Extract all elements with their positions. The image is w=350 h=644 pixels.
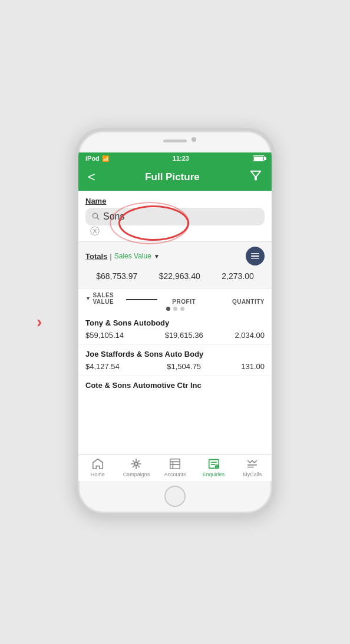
home-button[interactable] bbox=[164, 486, 186, 507]
tab-campaigns-label: Campaigns bbox=[123, 472, 150, 477]
tab-enquiries-label: Enquiries bbox=[203, 472, 225, 477]
home-icon bbox=[91, 457, 104, 470]
dot-3 bbox=[180, 307, 184, 311]
account-sales: $59,105.14 bbox=[85, 331, 157, 340]
battery-icon bbox=[253, 155, 265, 161]
column-header-quantity: QUANTITY bbox=[211, 298, 265, 305]
tab-home-label: Home bbox=[91, 472, 105, 477]
columns-header: ▼ SALES VALUE PROFIT QUANTITY bbox=[85, 292, 265, 305]
tab-campaigns[interactable]: Campaigns bbox=[121, 457, 151, 477]
totals-section: Totals | Sales Value ▼ $68,753.97 bbox=[78, 241, 272, 288]
tab-home[interactable]: Home bbox=[82, 457, 113, 477]
svg-marker-0 bbox=[251, 171, 261, 180]
search-icon bbox=[91, 212, 100, 222]
columns-header-area: ▼ SALES VALUE PROFIT QUANTITY bbox=[78, 288, 272, 314]
accounts-icon bbox=[169, 457, 181, 470]
status-time: 11:23 bbox=[173, 155, 189, 162]
column-header-sales: ▼ SALES VALUE bbox=[85, 292, 157, 305]
search-clear-button[interactable]: ⓧ bbox=[90, 226, 100, 236]
svg-rect-4 bbox=[170, 459, 180, 469]
account-name: Cote & Sons Automotive Ctr Inc bbox=[85, 381, 265, 390]
total-sales: $68,753.97 bbox=[96, 271, 137, 281]
account-values: $59,105.14 $19,615.36 2,034.00 bbox=[85, 330, 265, 342]
phone-speaker bbox=[163, 140, 187, 142]
tab-mycalls-label: MyCalls bbox=[243, 472, 262, 477]
tab-mycalls[interactable]: MyCalls bbox=[237, 457, 268, 477]
sales-underline bbox=[126, 299, 157, 300]
column-header-profit: PROFIT bbox=[157, 298, 211, 305]
account-values: $4,127.54 $1,504.75 131.00 bbox=[85, 361, 265, 373]
status-bar: iPod 📶 11:23 bbox=[78, 152, 272, 164]
totals-label-area: Totals | Sales Value ▼ bbox=[85, 252, 160, 261]
account-name: Tony & Sons Autobody bbox=[85, 318, 265, 327]
phone-screen: iPod 📶 11:23 < Full Picture bbox=[78, 152, 272, 481]
account-name: Joe Staffords & Sons Auto Body bbox=[85, 350, 265, 358]
nav-bar: < Full Picture bbox=[78, 164, 272, 191]
svg-line-2 bbox=[97, 217, 99, 219]
phone-camera bbox=[191, 137, 196, 142]
totals-header: Totals | Sales Value ▼ bbox=[85, 247, 265, 265]
phone-shell: iPod 📶 11:23 < Full Picture bbox=[75, 128, 275, 516]
tab-accounts[interactable]: Accounts bbox=[160, 457, 190, 477]
search-input-container[interactable]: Sons bbox=[85, 208, 265, 225]
sort-down-arrow: ▼ bbox=[85, 296, 91, 301]
enquiries-icon bbox=[207, 457, 220, 470]
left-arrow-decoration: › bbox=[37, 313, 42, 331]
totals-sort-label[interactable]: Sales Value bbox=[114, 252, 151, 260]
totals-label: Totals bbox=[85, 252, 107, 261]
dot-1 bbox=[166, 307, 170, 311]
menu-button[interactable] bbox=[246, 247, 265, 265]
tab-accounts-label: Accounts bbox=[164, 472, 186, 477]
search-section: Name Sons ⓧ bbox=[78, 191, 272, 241]
total-profit: $22,963.40 bbox=[159, 271, 200, 281]
main-content: Name Sons ⓧ bbox=[78, 191, 272, 454]
search-label: Name bbox=[85, 197, 265, 205]
totals-values: $68,753.97 $22,963.40 2,273.00 bbox=[85, 269, 265, 283]
wifi-icon: 📶 bbox=[102, 155, 109, 162]
account-sales: $4,127.54 bbox=[85, 362, 157, 371]
tab-enquiries[interactable]: Enquiries bbox=[199, 457, 229, 477]
total-quantity: 2,273.00 bbox=[222, 271, 254, 281]
tab-bar: Home Campaigns bbox=[78, 454, 272, 481]
pagination-dots bbox=[85, 305, 265, 314]
account-profit: $1,504.75 bbox=[157, 362, 211, 371]
account-row[interactable]: Tony & Sons Autobody $59,105.14 $19,615.… bbox=[78, 314, 272, 345]
search-value: Sons bbox=[103, 211, 124, 222]
account-row[interactable]: Joe Staffords & Sons Auto Body $4,127.54… bbox=[78, 345, 272, 376]
status-left: iPod 📶 bbox=[85, 155, 109, 162]
dot-2 bbox=[173, 307, 177, 311]
mycalls-icon bbox=[246, 457, 259, 470]
account-row[interactable]: Cote & Sons Automotive Ctr Inc bbox=[78, 376, 272, 394]
search-highlight-wrapper: Sons ⓧ bbox=[85, 208, 265, 238]
account-quantity: 2,034.00 bbox=[211, 331, 265, 340]
account-profit: $19,615.36 bbox=[157, 331, 211, 340]
back-button[interactable]: < bbox=[88, 170, 95, 185]
totals-sort-arrow: ▼ bbox=[154, 253, 160, 260]
page-title: Full Picture bbox=[145, 171, 200, 183]
filter-button[interactable] bbox=[249, 169, 262, 185]
account-quantity: 131.00 bbox=[211, 362, 265, 371]
totals-pipe: | bbox=[110, 252, 111, 261]
device-name: iPod bbox=[85, 155, 100, 162]
campaigns-icon bbox=[130, 457, 143, 470]
filter-icon bbox=[249, 169, 262, 182]
